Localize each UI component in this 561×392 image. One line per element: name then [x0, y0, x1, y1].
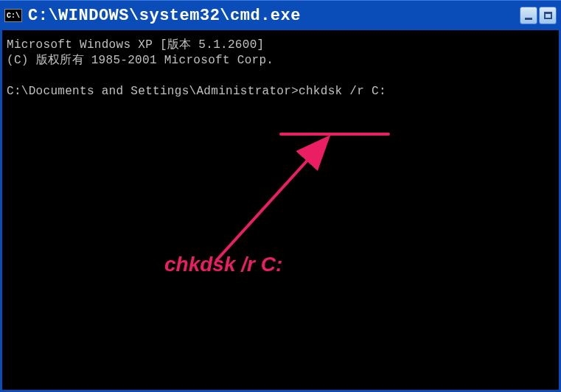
- console-blank-line: [7, 69, 554, 84]
- cmd-icon: C:\: [4, 9, 22, 22]
- console-area[interactable]: Microsoft Windows XP [版本 5.1.2600] (C) 版…: [0, 30, 561, 392]
- maximize-icon: [544, 12, 552, 19]
- console-prompt-line: C:\Documents and Settings\Administrator>…: [7, 84, 554, 99]
- annotation-underline: [279, 133, 390, 136]
- console-line-2: (C) 版权所有 1985-2001 Microsoft Corp.: [7, 53, 554, 69]
- titlebar[interactable]: C:\ C:\WINDOWS\system32\cmd.exe: [0, 0, 561, 30]
- console-line-1: Microsoft Windows XP [版本 5.1.2600]: [7, 38, 554, 53]
- annotation-arrow-icon: [209, 136, 356, 268]
- maximize-button[interactable]: [539, 7, 557, 24]
- cmd-window: C:\ C:\WINDOWS\system32\cmd.exe Microsof…: [0, 0, 561, 392]
- svg-line-1: [216, 139, 327, 261]
- window-controls: [520, 7, 557, 24]
- minimize-button[interactable]: [520, 7, 537, 24]
- window-title: C:\WINDOWS\system32\cmd.exe: [28, 7, 520, 25]
- cmd-icon-text: C:\: [7, 12, 20, 20]
- annotation-text: chkdsk /r C:: [164, 253, 282, 276]
- minimize-icon: [525, 18, 532, 20]
